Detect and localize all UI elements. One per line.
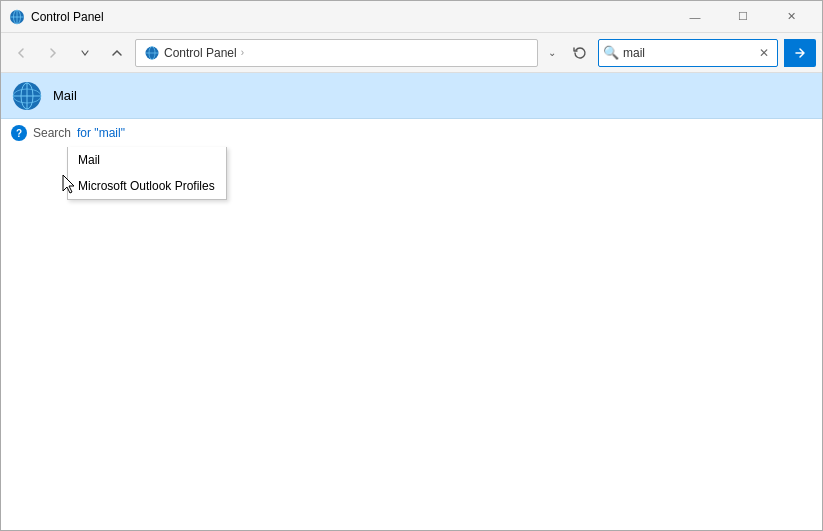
- mail-icon: [11, 80, 43, 112]
- search-result-row: ? Search for "mail": [1, 119, 822, 147]
- search-link[interactable]: for "mail": [77, 126, 125, 140]
- content-area: Mail ? Search for "mail" Mail Microsoft …: [1, 73, 822, 530]
- autocomplete-item-mail[interactable]: Mail: [68, 147, 226, 173]
- refresh-button[interactable]: [566, 39, 594, 67]
- control-panel-window: Control Panel — ☐ ✕ Contr: [0, 0, 823, 531]
- autocomplete-item-outlook-profiles[interactable]: Microsoft Outlook Profiles: [68, 173, 226, 199]
- search-go-button[interactable]: [784, 39, 816, 67]
- mail-item-label: Mail: [53, 88, 77, 103]
- breadcrumb-separator: ›: [241, 47, 244, 58]
- window-controls: — ☐ ✕: [672, 1, 814, 33]
- search-go-icon: [793, 46, 807, 60]
- search-value: mail: [623, 46, 751, 60]
- forward-icon: [47, 47, 59, 59]
- breadcrumb-item[interactable]: Control Panel: [164, 46, 237, 60]
- window-title: Control Panel: [31, 10, 672, 24]
- forward-button[interactable]: [39, 39, 67, 67]
- address-globe-icon: [144, 45, 160, 61]
- search-area[interactable]: 🔍 mail ✕: [598, 39, 778, 67]
- address-field[interactable]: Control Panel ›: [135, 39, 538, 67]
- address-dropdown-button[interactable]: ⌄: [542, 39, 562, 67]
- address-bar: Control Panel › ⌄ 🔍 mail ✕: [1, 33, 822, 73]
- search-prefix: Search: [33, 126, 71, 140]
- title-bar: Control Panel — ☐ ✕: [1, 1, 822, 33]
- titlebar-icon: [9, 9, 25, 25]
- back-icon: [15, 47, 27, 59]
- search-clear-button[interactable]: ✕: [755, 44, 773, 62]
- search-icon: 🔍: [603, 45, 619, 60]
- refresh-icon: [573, 46, 587, 60]
- up-icon: [111, 47, 123, 59]
- maximize-button[interactable]: ☐: [720, 1, 766, 33]
- breadcrumb: Control Panel ›: [164, 46, 244, 60]
- up-button[interactable]: [103, 39, 131, 67]
- help-icon: ?: [11, 125, 27, 141]
- mail-item-row[interactable]: Mail: [1, 73, 822, 119]
- autocomplete-dropdown: Mail Microsoft Outlook Profiles: [67, 147, 227, 200]
- recent-locations-button[interactable]: [71, 39, 99, 67]
- close-button[interactable]: ✕: [768, 1, 814, 33]
- dropdown-icon: [80, 48, 90, 58]
- minimize-button[interactable]: —: [672, 1, 718, 33]
- back-button[interactable]: [7, 39, 35, 67]
